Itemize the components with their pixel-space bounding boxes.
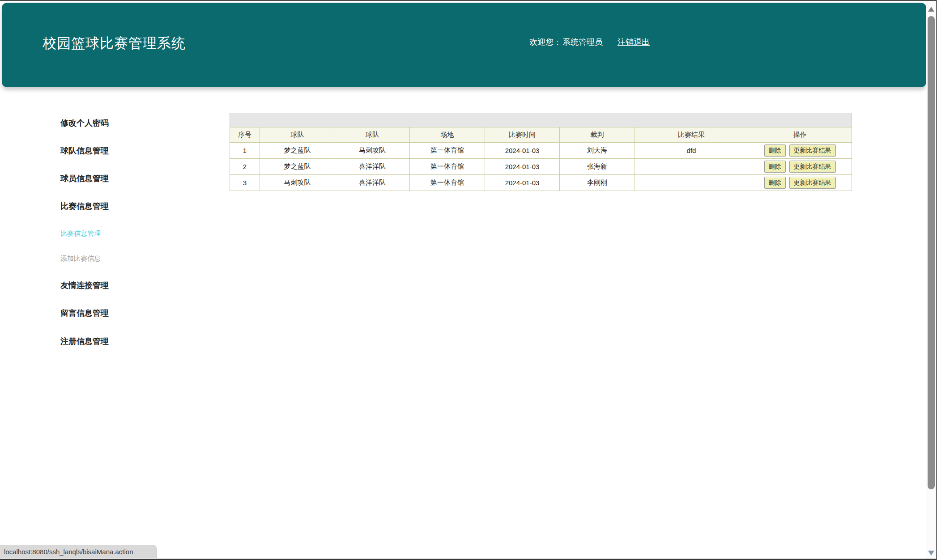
app-header: 校园篮球比赛管理系统 欢迎您：系统管理员 注销退出 (2, 3, 926, 87)
table-row: 1 梦之蓝队 马刺攻队 第一体育馆 2024-01-03 刘大海 dfd 删除更… (230, 143, 852, 159)
scrollbar-up-icon[interactable] (928, 7, 934, 12)
table-row: 2 梦之蓝队 喜洋洋队 第一体育馆 2024-01-03 张海新 删除更新比赛结… (230, 159, 852, 175)
update-result-button[interactable]: 更新比赛结果 (789, 161, 836, 173)
delete-button[interactable]: 删除 (764, 144, 786, 157)
sidebar-item-change-password[interactable]: 修改个人密码 (60, 118, 109, 128)
welcome-label: 欢迎您： (529, 38, 562, 47)
cell-no: 3 (230, 175, 260, 191)
scrollbar-down-icon[interactable] (928, 551, 934, 556)
sidebar-subitem-add-match[interactable]: 添加比赛信息 (60, 255, 101, 263)
current-user: 系统管理员 (562, 38, 603, 47)
table-caption-cell (230, 113, 852, 127)
sidebar-item-register-management[interactable]: 注册信息管理 (60, 336, 109, 347)
update-result-button[interactable]: 更新比赛结果 (789, 177, 836, 189)
col-header-team2: 球队 (335, 127, 410, 143)
cell-referee: 李刚刚 (560, 175, 635, 191)
cell-team2: 马刺攻队 (335, 143, 410, 159)
sidebar: 修改个人密码 球队信息管理 球员信息管理 比赛信息管理 比赛信息管理 添加比赛信… (60, 113, 177, 354)
cell-referee: 刘大海 (560, 143, 635, 159)
table-row: 3 马刺攻队 喜洋洋队 第一体育馆 2024-01-03 李刚刚 删除更新比赛结… (230, 175, 852, 191)
cell-actions: 删除更新比赛结果 (748, 175, 852, 191)
cell-team1: 马刺攻队 (260, 175, 335, 191)
cell-result (635, 175, 748, 191)
cell-venue: 第一体育馆 (410, 175, 485, 191)
cell-actions: 删除更新比赛结果 (748, 159, 852, 175)
col-header-result: 比赛结果 (635, 127, 748, 143)
logout-link[interactable]: 注销退出 (618, 38, 650, 47)
cell-result: dfd (635, 143, 748, 159)
cell-no: 2 (230, 159, 260, 175)
cell-no: 1 (230, 143, 260, 159)
cell-result (635, 159, 748, 175)
main-content: 序号 球队 球队 场地 比赛时间 裁判 比赛结果 操作 1 梦之蓝队 马刺攻队 … (230, 113, 852, 191)
vertical-scrollbar[interactable] (926, 1, 936, 559)
col-header-venue: 场地 (410, 127, 485, 143)
sidebar-item-message-management[interactable]: 留言信息管理 (60, 308, 109, 318)
welcome-area: 欢迎您：系统管理员 注销退出 (529, 37, 650, 47)
col-header-actions: 操作 (748, 127, 852, 143)
delete-button[interactable]: 删除 (764, 161, 786, 173)
cell-team2: 喜洋洋队 (335, 159, 410, 175)
cell-venue: 第一体育馆 (410, 143, 485, 159)
sidebar-item-team-management[interactable]: 球队信息管理 (60, 145, 109, 156)
cell-team1: 梦之蓝队 (260, 143, 335, 159)
sidebar-item-match-management[interactable]: 比赛信息管理 (60, 201, 109, 212)
cell-time: 2024-01-03 (485, 175, 560, 191)
scrollbar-thumb[interactable] (928, 16, 935, 489)
cell-time: 2024-01-03 (485, 143, 560, 159)
col-header-no: 序号 (230, 127, 260, 143)
update-result-button[interactable]: 更新比赛结果 (789, 144, 836, 157)
sidebar-subitem-match-list-active[interactable]: 比赛信息管理 (60, 229, 101, 238)
cell-team1: 梦之蓝队 (260, 159, 335, 175)
cell-referee: 张海新 (560, 159, 635, 175)
page-title: 校园篮球比赛管理系统 (43, 34, 186, 53)
status-bar: localhost:8080/ssh_lanqls/bisaiMana.acti… (0, 545, 157, 558)
sidebar-item-links-management[interactable]: 友情连接管理 (60, 280, 109, 291)
cell-venue: 第一体育馆 (410, 159, 485, 175)
col-header-time: 比赛时间 (485, 127, 560, 143)
cell-team2: 喜洋洋队 (335, 175, 410, 191)
match-table: 序号 球队 球队 场地 比赛时间 裁判 比赛结果 操作 1 梦之蓝队 马刺攻队 … (230, 113, 852, 191)
table-caption-strip (230, 113, 852, 127)
col-header-referee: 裁判 (560, 127, 635, 143)
sidebar-item-player-management[interactable]: 球员信息管理 (60, 173, 109, 184)
cell-time: 2024-01-03 (485, 159, 560, 175)
col-header-team1: 球队 (260, 127, 335, 143)
cell-actions: 删除更新比赛结果 (748, 143, 852, 159)
table-header-row: 序号 球队 球队 场地 比赛时间 裁判 比赛结果 操作 (230, 127, 852, 143)
delete-button[interactable]: 删除 (764, 177, 786, 189)
